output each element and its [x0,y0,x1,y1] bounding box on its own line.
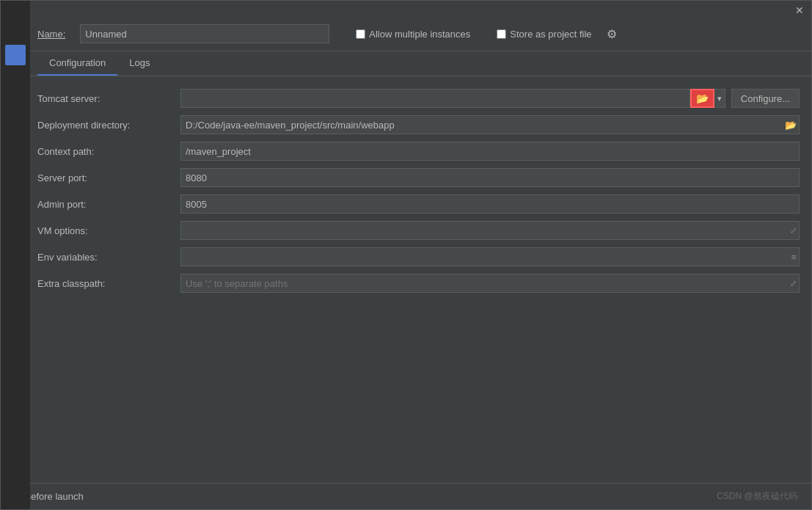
context-path-control [180,142,800,161]
bottom-bar: ▼ Before launch CSDN @熬夜磕代码· [1,483,811,509]
title-bar: ✕ [1,1,811,17]
env-variables-input[interactable] [180,247,800,266]
server-port-input[interactable] [180,168,800,187]
server-port-label: Server port: [37,172,180,183]
context-path-label: Context path: [37,146,180,157]
vm-options-row: VM options: ⤢ [37,220,800,241]
server-port-row: Server port: [37,167,800,188]
store-project-group: Store as project file [497,29,591,40]
deployment-dir-input[interactable] [180,115,800,134]
admin-port-label: Admin port: [37,199,180,210]
store-project-checkbox[interactable] [497,29,506,39]
extra-classpath-input-group: ⤢ [180,274,800,293]
tab-logs[interactable]: Logs [117,51,161,76]
watermark: CSDN @熬夜磕代码· [717,490,800,503]
extra-classpath-input[interactable] [180,274,800,293]
tabs-area: Configuration Logs [1,51,811,76]
tomcat-input-group: 📂 ▾ [180,89,725,108]
tab-configuration[interactable]: Configuration [37,51,117,76]
main-content: Tomcat server: 📂 ▾ Configure... Deployme… [1,76,811,483]
tomcat-folder-button[interactable]: 📂 [690,89,714,108]
tabs: Configuration Logs [37,51,800,76]
vm-options-label: VM options: [37,225,180,236]
admin-port-input[interactable] [180,194,800,214]
deployment-dir-folder-icon[interactable]: 📂 [785,120,797,131]
left-sidebar [1,1,30,509]
name-input[interactable] [80,24,329,43]
vm-options-input-group: ⤢ [180,221,800,240]
deployment-dir-label: Deployment directory: [37,120,180,131]
env-variables-control: ≡ [180,247,800,266]
tomcat-server-label: Tomcat server: [37,93,180,104]
context-path-row: Context path: [37,141,800,161]
tomcat-dropdown-button[interactable]: ▾ [714,89,725,108]
name-label: Name: [37,29,65,40]
env-variables-row: Env variables: ≡ [37,247,800,267]
extra-classpath-control: ⤢ [180,274,800,293]
env-variables-label: Env variables: [37,252,180,263]
deployment-dir-row: Deployment directory: 📂 [37,114,800,135]
header: Name: Allow multiple instances Store as … [1,17,811,51]
dialog: ✕ Name: Allow multiple instances Store a… [0,0,812,510]
allow-multiple-label[interactable]: Allow multiple instances [369,29,470,40]
vm-options-input[interactable] [180,221,800,240]
left-indicator [5,45,26,65]
vm-options-expand-icon[interactable]: ⤢ [790,226,797,236]
extra-classpath-row: Extra classpath: ⤢ [37,273,800,294]
tomcat-server-control: 📂 ▾ Configure... [180,89,800,108]
extra-classpath-expand-icon[interactable]: ⤢ [790,279,797,288]
deployment-dir-control: 📂 [180,115,800,134]
admin-port-row: Admin port: [37,194,800,214]
env-variables-input-group: ≡ [180,247,800,266]
extra-classpath-label: Extra classpath: [37,278,180,289]
allow-multiple-checkbox[interactable] [356,29,365,39]
admin-port-control [180,194,800,214]
server-port-control [180,168,800,187]
allow-multiple-group: Allow multiple instances [356,29,470,40]
env-variables-edit-icon[interactable]: ≡ [791,252,797,263]
close-button[interactable]: ✕ [792,4,807,17]
gear-button[interactable]: ⚙ [607,27,617,41]
context-path-input[interactable] [180,142,800,161]
tomcat-server-input[interactable] [180,89,690,108]
vm-options-control: ⤢ [180,221,800,240]
store-project-label[interactable]: Store as project file [510,29,591,40]
tomcat-server-row: Tomcat server: 📂 ▾ Configure... [37,88,800,109]
deployment-dir-input-group: 📂 [180,115,800,134]
configure-button[interactable]: Configure... [731,89,800,108]
